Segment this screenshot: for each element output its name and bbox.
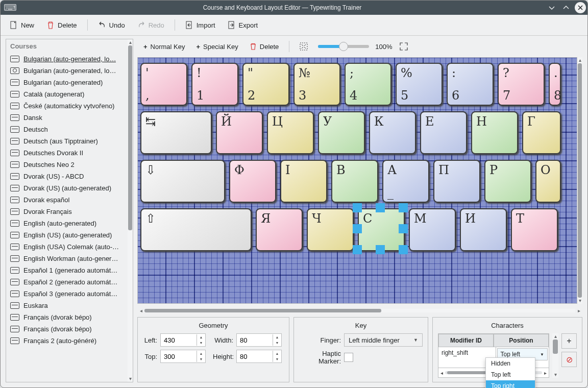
keyboard-key[interactable]: Ф: [229, 160, 276, 203]
import-button[interactable]: Import: [180, 18, 220, 32]
keyboard-key[interactable]: С: [358, 208, 405, 251]
course-item[interactable]: Español 2 (generado automát…: [6, 276, 128, 288]
keyboard-key[interactable]: Й: [216, 111, 263, 154]
keyboard-key[interactable]: К: [369, 111, 416, 154]
course-item[interactable]: Deutsches Dvorak II: [6, 147, 128, 159]
new-button[interactable]: New: [5, 18, 39, 32]
scroll-up-icon[interactable]: ▴: [579, 57, 581, 63]
height-spinbox[interactable]: ▲▼: [236, 350, 282, 363]
scroll-left-icon[interactable]: ◂: [438, 370, 445, 376]
add-character-button[interactable]: +: [561, 333, 577, 349]
keyboard-key[interactable]: Е: [420, 111, 467, 154]
export-button[interactable]: Export: [223, 18, 263, 32]
keyboard-key[interactable]: Т: [511, 208, 558, 251]
scroll-down-icon[interactable]: ▾: [129, 376, 132, 382]
course-item[interactable]: Bulgarian (auto-generated, lo…: [6, 65, 128, 77]
course-item[interactable]: Español 3 (generado automát…: [6, 288, 128, 300]
course-item[interactable]: Bulgarian (auto-generated): [6, 77, 128, 88]
spin-down-icon[interactable]: ▼: [197, 356, 205, 362]
keyboard-key[interactable]: №3: [293, 63, 340, 106]
course-item[interactable]: English (USA) Colemak (auto-…: [6, 241, 128, 253]
canvas-hscrollbar[interactable]: ◂ ▸: [137, 307, 582, 314]
spin-down-icon[interactable]: ▼: [273, 356, 281, 362]
keyboard-key[interactable]: Я: [256, 208, 303, 251]
keyboard-key[interactable]: У: [318, 111, 365, 154]
scroll-left-icon[interactable]: ◂: [137, 308, 144, 313]
course-item[interactable]: English (auto-generated): [6, 217, 128, 229]
scroll-down-icon[interactable]: ▾: [554, 372, 557, 378]
keyboard-key[interactable]: В: [331, 160, 378, 203]
course-item[interactable]: Dvorak español: [6, 194, 128, 206]
keyboard-key[interactable]: Н: [471, 111, 518, 154]
keyboard-key[interactable]: І: [280, 160, 327, 203]
maximize-button[interactable]: [560, 2, 572, 13]
spin-up-icon[interactable]: ▲: [273, 351, 281, 356]
characters-scrollbar[interactable]: ▴ ▾: [552, 333, 558, 378]
close-button[interactable]: [575, 2, 586, 13]
spin-up-icon[interactable]: ▲: [197, 334, 205, 340]
keyboard-key[interactable]: ',: [140, 63, 187, 106]
keyboard-key[interactable]: ↹: [140, 111, 212, 154]
delete-key-button[interactable]: Delete: [246, 41, 283, 53]
keyboard-key[interactable]: П: [433, 160, 480, 203]
top-spinbox[interactable]: ▲▼: [160, 350, 206, 363]
keyboard-key[interactable]: %5: [396, 63, 443, 106]
width-spinbox[interactable]: ▲▼: [236, 333, 282, 347]
course-item[interactable]: Deutsch: [6, 124, 128, 135]
scroll-right-icon[interactable]: ▸: [542, 370, 549, 376]
spin-down-icon[interactable]: ▼: [197, 340, 205, 346]
course-item[interactable]: Deutsches Neo 2: [6, 159, 128, 171]
finger-combobox[interactable]: Left middle finger ▼: [344, 333, 423, 347]
zoom-full-button[interactable]: [396, 40, 412, 53]
spin-up-icon[interactable]: ▲: [273, 334, 281, 340]
course-item[interactable]: Français (dvorak bépo): [6, 311, 128, 323]
course-item[interactable]: Català (autogenerat): [6, 88, 128, 100]
course-item[interactable]: České (automaticky vytvořeno): [6, 100, 128, 112]
left-spinbox[interactable]: ▲▼: [160, 333, 206, 347]
keyboard-canvas[interactable]: ',!1"2№3;4%5:6?7.8↹ЙЦУКЕНГ⇩ФІВА_ПРО⇧ЯЧСМ…: [137, 57, 577, 304]
dropdown-option[interactable]: Hidden: [486, 358, 535, 369]
scroll-right-icon[interactable]: ▸: [575, 308, 582, 313]
scroll-down-icon[interactable]: ▾: [579, 298, 581, 304]
course-item[interactable]: Dvorak (US) (auto-generated): [6, 182, 128, 194]
course-item[interactable]: Dansk: [6, 112, 128, 124]
spin-down-icon[interactable]: ▼: [273, 340, 281, 346]
keyboard-key[interactable]: Ц: [267, 111, 314, 154]
haptic-checkbox[interactable]: [344, 353, 353, 362]
undo-button[interactable]: Undo: [93, 18, 130, 32]
courses-scrollbar[interactable]: ▴ ▾: [128, 39, 133, 382]
keyboard-key[interactable]: И: [460, 208, 507, 251]
keyboard-key[interactable]: Ч: [307, 208, 354, 251]
col-position[interactable]: Position: [494, 334, 549, 347]
keyboard-key[interactable]: .8: [549, 63, 561, 106]
keyboard-key[interactable]: ?7: [498, 63, 545, 106]
keyboard-key[interactable]: О: [535, 160, 561, 203]
course-item[interactable]: English (US) (auto-generated): [6, 229, 128, 241]
scroll-up-icon[interactable]: ▴: [554, 333, 557, 340]
course-item[interactable]: Français (dvorak bépo): [6, 323, 128, 335]
course-item[interactable]: Bulgarian (auto-generated, lo…: [6, 53, 128, 65]
keyboard-key[interactable]: :6: [447, 63, 494, 106]
remove-character-button[interactable]: ⊘: [561, 352, 577, 367]
keyboard-key[interactable]: ⇩: [140, 160, 225, 203]
keyboard-key[interactable]: Г: [522, 111, 561, 154]
keyboard-key[interactable]: !1: [191, 63, 238, 106]
keyboard-key[interactable]: ⇧: [140, 208, 252, 251]
keyboard-key[interactable]: Р: [484, 160, 531, 203]
col-modifier-id[interactable]: Modifier ID: [438, 334, 494, 347]
spin-up-icon[interactable]: ▲: [197, 351, 205, 356]
redo-button[interactable]: Redo: [132, 18, 169, 32]
keyboard-key[interactable]: М: [409, 208, 456, 251]
course-item[interactable]: Deutsch (aus Tipptrainer): [6, 135, 128, 147]
canvas-vscrollbar[interactable]: ▴ ▾: [577, 57, 582, 304]
minimize-button[interactable]: [546, 2, 557, 13]
dropdown-option[interactable]: Top left: [486, 369, 535, 380]
course-item[interactable]: English Workman (auto-gener…: [6, 253, 128, 264]
course-item[interactable]: Español 1 (generado automát…: [6, 264, 128, 276]
zoom-slider[interactable]: [318, 45, 369, 48]
dropdown-option[interactable]: Top right: [486, 380, 535, 388]
keyboard-key[interactable]: ;4: [345, 63, 391, 106]
zoom-fit-button[interactable]: [296, 40, 312, 53]
scroll-up-icon[interactable]: ▴: [129, 39, 132, 45]
course-item[interactable]: Euskara: [6, 300, 128, 311]
